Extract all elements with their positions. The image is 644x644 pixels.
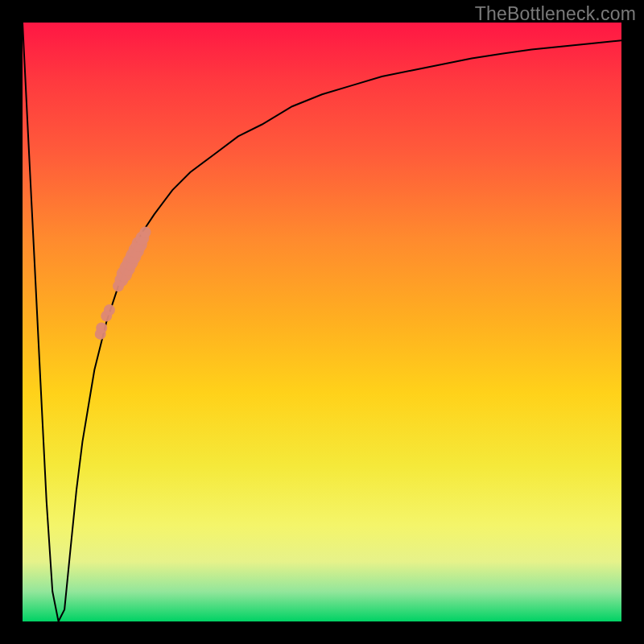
marker-group <box>95 226 151 340</box>
plot-area <box>23 23 621 621</box>
curve-svg <box>23 23 621 621</box>
curve-marker <box>104 304 115 316</box>
curve-marker <box>140 226 151 237</box>
curve-marker <box>96 322 107 333</box>
watermark-text: TheBottleneck.com <box>475 3 636 25</box>
chart-stage: TheBottleneck.com <box>0 0 644 644</box>
bottleneck-curve <box>23 23 621 621</box>
